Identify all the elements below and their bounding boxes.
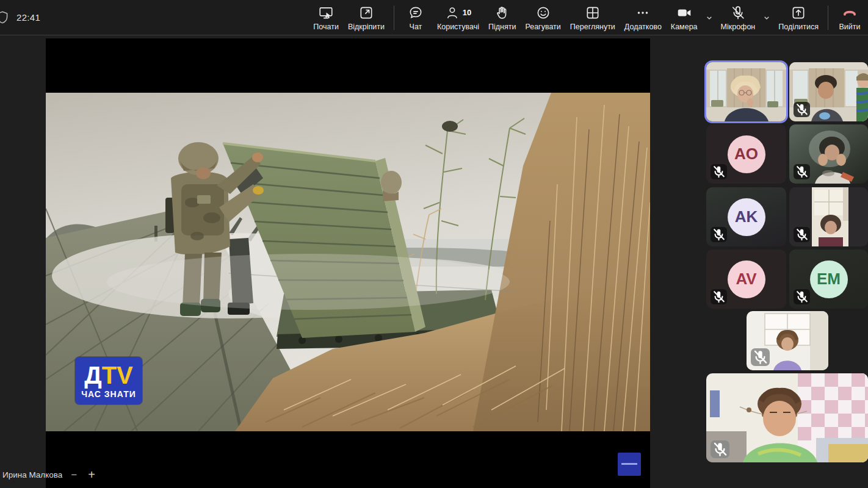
microphone-options-chevron[interactable] (762, 3, 772, 32)
mic-muted-badge (711, 440, 729, 458)
meeting-window: 22:41 Почати (0, 0, 868, 488)
toolbar-left: 22:41 (0, 10, 40, 26)
presenter-bar: Ирина Малкова − + (2, 468, 98, 481)
dtv-channel-logo: ДTV ЧАС ЗНАТИ (75, 357, 142, 404)
hangup-icon (841, 4, 859, 21)
chat-icon (408, 4, 424, 21)
participant-video (706, 62, 786, 121)
mic-muted-icon (729, 4, 747, 21)
dtv-logo-tv: TV (102, 363, 133, 387)
react-label: Реагувати (525, 23, 560, 31)
avatar-initials: AV (728, 260, 765, 298)
meeting-timer: 22:41 (16, 12, 40, 23)
screen-share-icon (318, 4, 334, 21)
presentation-watermark (618, 453, 641, 476)
people-icon (445, 5, 461, 21)
more-label: Додатково (624, 23, 662, 31)
participants-count-badge: 10 (463, 8, 471, 17)
unpin-label: Відкріпити (348, 23, 385, 31)
start-presenting-label: Почати (313, 23, 339, 31)
participant-tile-av[interactable]: AV (706, 249, 786, 309)
participant-tile-em[interactable]: EM (789, 249, 868, 309)
dtv-logo-tagline: ЧАС ЗНАТИ (81, 390, 136, 398)
raise-hand-icon (494, 4, 510, 21)
participant-tile-active-speaker[interactable] (706, 62, 786, 121)
leave-button[interactable]: Вийти (837, 4, 862, 31)
smiley-icon (535, 4, 551, 21)
shared-screen: ДTV ЧАС ЗНАТИ (46, 38, 650, 488)
avatar-initials: EM (810, 260, 848, 298)
mic-muted-badge (794, 102, 810, 117)
mic-muted-badge (751, 348, 770, 366)
participant-video (706, 373, 868, 462)
zoom-out-button[interactable]: − (68, 470, 79, 480)
participant-tile-girl-bright[interactable] (747, 311, 828, 370)
toolbar-buttons: Почати Відкріпити (313, 3, 868, 32)
security-shield-icon (0, 10, 10, 26)
participant-tile-girl-resting[interactable] (789, 124, 868, 184)
raise-hand-button[interactable]: Підняти (488, 4, 516, 31)
microphone-button[interactable]: Мікрофон (721, 4, 756, 31)
avatar-initials: AK (728, 198, 765, 236)
mic-muted-badge (794, 164, 810, 179)
share-button[interactable]: Поділитися (778, 4, 819, 31)
zoom-in-button[interactable]: + (85, 468, 98, 481)
presenter-name: Ирина Малкова (2, 470, 62, 479)
share-label: Поділитися (778, 23, 819, 31)
avatar-initials: AO (728, 135, 765, 173)
participants-button[interactable]: 10 Користувачі (437, 4, 479, 31)
more-button[interactable]: Додатково (624, 4, 662, 31)
view-button[interactable]: Переглянути (570, 4, 615, 31)
camera-icon (676, 4, 693, 21)
dtv-logo-d: Д (84, 363, 102, 387)
chat-label: Чат (410, 23, 422, 31)
mic-muted-badge (794, 227, 810, 242)
unpin-icon (358, 4, 374, 21)
mic-muted-badge (711, 227, 727, 242)
more-dots-icon (635, 4, 651, 21)
grid-view-icon (585, 4, 601, 21)
view-label: Переглянути (570, 23, 615, 31)
participant-tile-ao[interactable]: AO (706, 124, 786, 184)
camera-label: Камера (671, 23, 698, 31)
participants-label: Користувачі (437, 23, 479, 31)
unpin-button[interactable]: Відкріпити (348, 4, 385, 31)
share-arrow-icon (790, 4, 806, 21)
camera-options-chevron[interactable] (704, 3, 714, 32)
start-presenting-button[interactable]: Почати (313, 4, 339, 31)
participant-tile-boy-classroom[interactable] (789, 62, 868, 121)
microphone-label: Мікрофон (721, 23, 756, 31)
participant-tile-boy-large[interactable] (706, 373, 868, 462)
chat-button[interactable]: Чат (403, 4, 428, 31)
camera-button[interactable]: Камера (671, 4, 698, 31)
react-button[interactable]: Реагувати (525, 4, 560, 31)
leave-label: Вийти (839, 23, 860, 31)
raise-hand-label: Підняти (488, 23, 516, 31)
meeting-stage: ДTV ЧАС ЗНАТИ Ирина Малкова − + (0, 35, 868, 488)
mic-muted-badge (794, 289, 810, 304)
toolbar-separator (828, 5, 828, 30)
mic-muted-badge (711, 164, 727, 179)
mic-muted-badge (711, 289, 727, 304)
participant-tile-woman-portrait[interactable] (789, 187, 868, 246)
toolbar-separator (394, 5, 394, 30)
participant-tile-ak[interactable]: AK (706, 187, 786, 246)
meeting-toolbar: 22:41 Почати (0, 0, 868, 35)
